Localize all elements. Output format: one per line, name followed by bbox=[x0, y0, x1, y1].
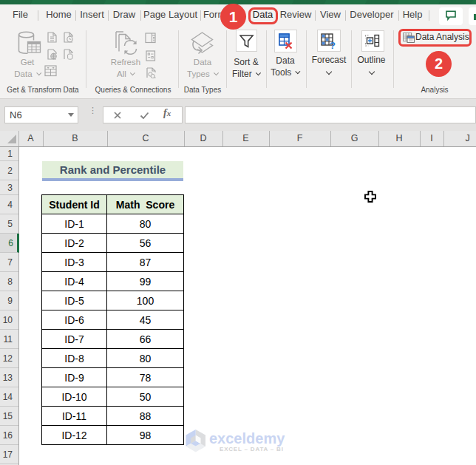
svg-text:?: ? bbox=[330, 39, 336, 49]
